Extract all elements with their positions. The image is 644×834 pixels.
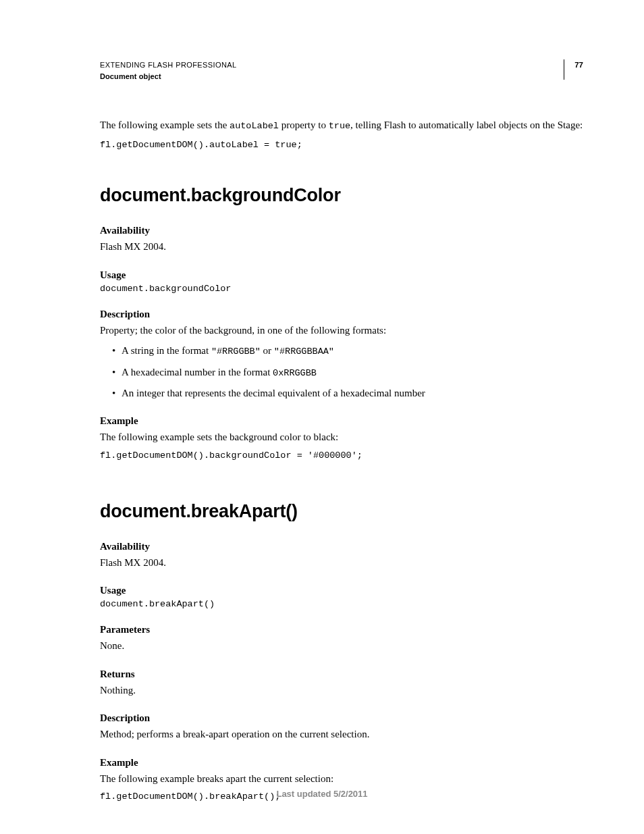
bullet-code: 0xRRGGBB [273, 368, 317, 378]
code-true: true [329, 121, 350, 131]
bullet-text: or [261, 345, 274, 356]
parameters-label: Parameters [100, 624, 583, 635]
intro-code-block: fl.getDocumentDOM().autoLabel = true; [100, 140, 583, 150]
description-body: Property; the color of the background, i… [100, 323, 583, 338]
example-code: fl.getDocumentDOM().backgroundColor = '#… [100, 450, 583, 461]
example-body: The following example sets the backgroun… [100, 429, 583, 445]
intro-text-prefix: The following example sets the [100, 120, 230, 130]
code-autolabel: autoLabel [230, 121, 279, 131]
example-label: Example [100, 757, 583, 768]
bullet-code: "#RRGGBBAA" [274, 346, 334, 357]
bullet-text: An integer that represents the decimal e… [122, 388, 425, 398]
format-list: A string in the format "#RRGGBB" or "#RR… [100, 343, 583, 400]
usage-code: document.backgroundColor [100, 284, 583, 294]
page-footer: Last updated 5/2/2011 [0, 789, 644, 799]
usage-label: Usage [100, 585, 583, 596]
book-title: EXTENDING FLASH PROFESSIONAL [100, 59, 237, 71]
availability-label: Availability [100, 541, 583, 552]
example-body: The following example breaks apart the c… [100, 771, 583, 787]
bullet-text: A string in the format [122, 345, 211, 356]
bullet-text: A hexadecimal number in the format [122, 367, 273, 377]
running-header-left: EXTENDING FLASH PROFESSIONAL Document ob… [100, 59, 237, 82]
returns-body: Nothing. [100, 683, 583, 698]
intro-text-mid: property to [279, 120, 329, 130]
example-label: Example [100, 415, 583, 427]
availability-label: Availability [100, 225, 583, 236]
bullet-code: "#RRGGBB" [211, 346, 261, 357]
list-item: A string in the format "#RRGGBB" or "#RR… [112, 343, 583, 359]
parameters-body: None. [100, 638, 583, 654]
returns-label: Returns [100, 669, 583, 680]
running-header: EXTENDING FLASH PROFESSIONAL Document ob… [100, 59, 583, 82]
intro-text-suffix: , telling Flash to automatically label o… [350, 120, 583, 130]
section-heading-breakapart: document.breakApart() [100, 501, 583, 522]
availability-body: Flash MX 2004. [100, 555, 583, 571]
list-item: A hexadecimal number in the format 0xRRG… [112, 365, 583, 380]
usage-code: document.breakApart() [100, 599, 583, 609]
page-number: 77 [564, 59, 583, 80]
description-body: Method; performs a break-apart operation… [100, 727, 583, 742]
list-item: An integer that represents the decimal e… [112, 386, 583, 401]
intro-paragraph: The following example sets the autoLabel… [100, 118, 583, 133]
usage-label: Usage [100, 269, 583, 281]
availability-body: Flash MX 2004. [100, 239, 583, 255]
section-heading-backgroundcolor: document.backgroundColor [100, 185, 583, 206]
page-content: EXTENDING FLASH PROFESSIONAL Document ob… [0, 0, 644, 802]
description-label: Description [100, 309, 583, 320]
description-label: Description [100, 712, 583, 724]
chapter-title: Document object [100, 71, 237, 82]
